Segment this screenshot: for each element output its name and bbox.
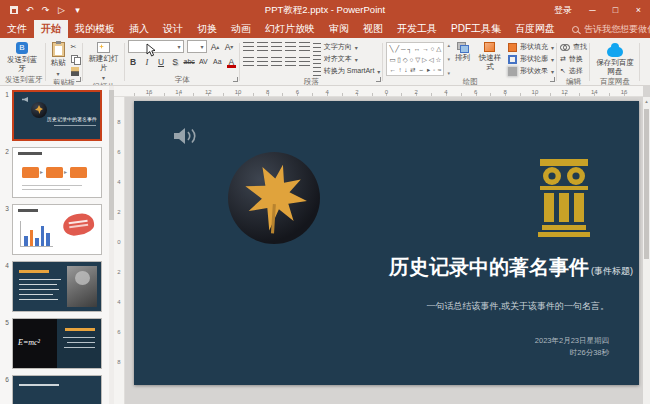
bold-button[interactable]: B (128, 56, 139, 68)
arrange-button[interactable]: 排列 (453, 40, 472, 63)
slide-thumbnail-2[interactable] (12, 147, 102, 198)
decrease-indent-icon[interactable] (271, 42, 282, 51)
slide-canvas[interactable]: 历史记录中的著名事件(事件标题) 一句话总结该事件,或关于该事件的一句名言。 2… (134, 101, 639, 385)
tell-me-search[interactable]: 告诉我您想要做什么... (562, 20, 650, 38)
save-button[interactable] (7, 3, 20, 17)
send-to-bluetooth-button[interactable]: 发送到蓝牙 (5, 40, 39, 73)
align-right-icon[interactable] (271, 57, 282, 66)
slide-subtitle[interactable]: 一句话总结该事件,或关于该事件的一句名言。 (426, 300, 609, 313)
justify-icon[interactable] (285, 57, 296, 66)
shape-outline-button[interactable]: 形状轮廓▾ (508, 54, 554, 64)
slide-thumbnail-4[interactable] (12, 261, 102, 312)
column-logo[interactable] (538, 159, 590, 237)
ribbon-tab[interactable]: 幻灯片放映 (258, 20, 322, 38)
shape-glyph[interactable]: → (422, 44, 429, 53)
shape-glyph[interactable]: ▸ (427, 65, 430, 74)
ribbon-tab[interactable]: 文件 (0, 20, 34, 38)
down-arrow-icon[interactable]: ▾ (447, 56, 450, 62)
up-arrow-icon[interactable]: ▴ (447, 42, 450, 48)
maximize-button[interactable]: □ (604, 0, 627, 20)
ribbon-tab[interactable]: 动画 (224, 20, 258, 38)
paste-button[interactable]: 粘贴 ▾ (49, 40, 68, 77)
slide-thumbnail-5[interactable]: E=mc² (12, 318, 102, 369)
leaf-image[interactable] (228, 152, 320, 244)
ribbon-tab[interactable]: 设计 (156, 20, 190, 38)
copy-button[interactable] (71, 54, 80, 64)
italic-button[interactable]: I (142, 56, 153, 68)
quick-styles-button[interactable]: 快速样式 (475, 40, 505, 71)
new-slide-button[interactable]: 新建幻灯片 ▾ (86, 40, 122, 81)
align-text-button[interactable]: 对齐文本▾ (313, 54, 381, 64)
strikethrough-button[interactable]: abc (184, 56, 195, 68)
underline-button[interactable]: U (156, 56, 167, 68)
slide-thumbnail-6[interactable] (12, 375, 102, 404)
change-case-button[interactable]: Aa (212, 56, 223, 68)
font-size-select[interactable]: ▾ (187, 40, 207, 53)
align-center-icon[interactable] (257, 57, 268, 66)
ribbon-tab[interactable]: 切换 (190, 20, 224, 38)
shape-effects-button[interactable]: 形状效果▾ (508, 66, 554, 76)
login-button[interactable]: 登录 (545, 0, 581, 20)
shape-glyph[interactable]: ↓ (404, 65, 407, 74)
ribbon-tab[interactable]: 百度网盘 (508, 20, 562, 38)
format-painter-button[interactable] (71, 66, 80, 76)
slide-title[interactable]: 历史记录中的著名事件(事件标题) (389, 254, 633, 281)
shape-glyph[interactable]: ◁ (429, 55, 434, 64)
shape-glyph[interactable]: ○ (431, 44, 435, 53)
shape-fill-button[interactable]: 形状填充▾ (508, 42, 554, 52)
shape-glyph[interactable]: ⇔ (418, 65, 425, 74)
scrollbar-thumb[interactable] (644, 109, 649, 259)
scroll-up-icon[interactable]: ▴ (643, 97, 650, 105)
character-spacing-button[interactable]: AV (198, 56, 209, 68)
customize-qat-button[interactable]: ▾ (71, 3, 84, 17)
shapes-gallery-scroll[interactable]: ▴ ▾ ▾ (447, 42, 450, 76)
line-spacing-icon[interactable] (299, 42, 310, 51)
slide-thumbnail-3[interactable] (12, 204, 102, 255)
shape-glyph[interactable]: ◇ (403, 55, 408, 64)
shapes-gallery[interactable]: ╲╱─┐↔→○△ ▭▯◇○▽▷◁☆ ←↑↓⇄⇔▸◦≈ (386, 42, 444, 76)
redo-button[interactable]: ↷ (39, 3, 52, 17)
shape-glyph[interactable]: ⇄ (410, 65, 415, 74)
ribbon-tab[interactable]: 开发工具 (390, 20, 444, 38)
shape-glyph[interactable]: ▷ (422, 55, 427, 64)
shape-glyph[interactable]: ╲ (389, 44, 393, 53)
shape-glyph[interactable]: ▽ (415, 55, 420, 64)
undo-button[interactable]: ↶ (23, 3, 36, 17)
text-direction-button[interactable]: 文字方向▾ (313, 42, 381, 52)
slide-datetime[interactable]: 2023年2月23日星期四 时26分38秒 (535, 335, 609, 359)
shape-glyph[interactable]: ☆ (436, 55, 442, 64)
font-dialog-launcher[interactable] (233, 77, 238, 82)
minimize-button[interactable]: ─ (581, 0, 604, 20)
font-color-button[interactable]: A (226, 56, 237, 68)
text-shadow-button[interactable]: S (170, 56, 181, 68)
ribbon-tab[interactable]: 审阅 (322, 20, 356, 38)
shape-glyph[interactable]: ▯ (397, 55, 401, 64)
shape-glyph[interactable]: ○ (409, 55, 413, 64)
cut-button[interactable]: ✂ (71, 42, 80, 52)
vertical-scrollbar[interactable]: ▴ (643, 97, 650, 404)
columns-icon[interactable] (299, 57, 310, 66)
grow-font-button[interactable]: A▴ (210, 41, 221, 53)
clipboard-dialog-launcher[interactable] (76, 77, 81, 82)
shape-glyph[interactable]: ← (389, 65, 396, 74)
align-left-icon[interactable] (243, 57, 254, 66)
ribbon-tab[interactable]: PDF工具集 (444, 20, 508, 38)
shrink-font-button[interactable]: A▾ (224, 41, 235, 53)
slide-thumbnail-1[interactable]: 历史记录中的著名事件 (12, 90, 102, 141)
shape-glyph[interactable]: ↑ (398, 65, 401, 74)
start-slideshow-button[interactable]: ▷ (55, 3, 68, 17)
shape-glyph[interactable]: △ (436, 44, 441, 53)
shape-glyph[interactable]: ╱ (395, 44, 399, 53)
select-button[interactable]: ↖选择 (560, 66, 587, 76)
shape-glyph[interactable]: ─ (401, 44, 406, 53)
save-to-baidu-netdisk-button[interactable]: 保存到百度网盘 (593, 40, 637, 76)
close-button[interactable]: × (627, 0, 650, 20)
drawing-dialog-launcher[interactable] (550, 77, 555, 82)
shape-glyph[interactable]: ▭ (389, 55, 395, 64)
shape-glyph[interactable]: ↔ (414, 44, 421, 53)
replace-button[interactable]: ⇄替换 (560, 54, 587, 64)
ribbon-tab[interactable]: 我的模板 (68, 20, 122, 38)
ribbon-tab[interactable]: 开始 (34, 20, 68, 38)
ribbon-tab[interactable]: 插入 (122, 20, 156, 38)
find-button[interactable]: 查找 (560, 42, 587, 52)
